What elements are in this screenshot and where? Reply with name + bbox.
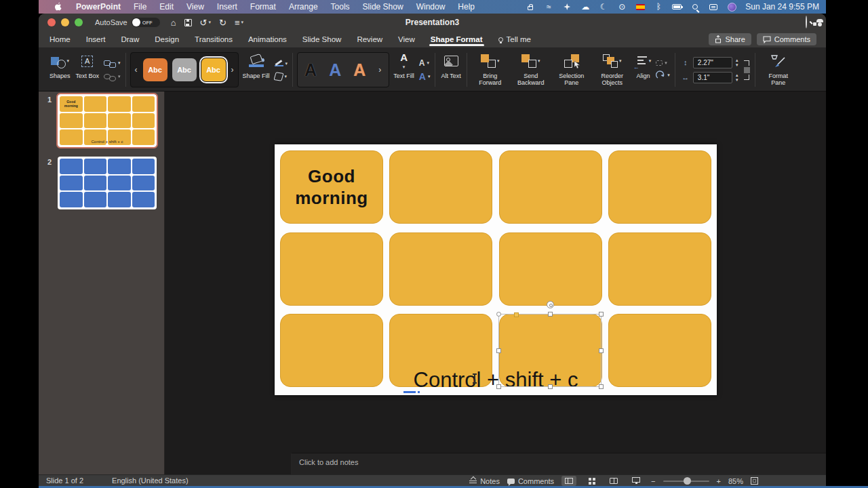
align-button[interactable]: ▾ Align xyxy=(633,49,654,91)
shape-cell-7[interactable] xyxy=(499,232,602,306)
menu-arrange[interactable]: Arrange xyxy=(289,2,318,12)
merge-shapes-button[interactable]: ▾ xyxy=(104,59,121,68)
menu-format[interactable]: Format xyxy=(250,2,276,12)
redo-icon[interactable]: ↻ xyxy=(219,18,226,28)
toolbar-more-icon[interactable]: ≡▾ xyxy=(235,18,243,28)
share-button[interactable]: Share xyxy=(709,33,751,45)
slide-1-thumbnail[interactable]: Good morning Control + shift + c xyxy=(58,94,157,147)
shape-style-grey[interactable]: Abc xyxy=(172,58,197,81)
assistant-icon[interactable] xyxy=(727,2,736,12)
resize-handle-top-right[interactable] xyxy=(599,312,604,317)
zoom-in-button[interactable]: + xyxy=(717,477,721,485)
search-icon[interactable] xyxy=(806,16,807,28)
menu-view[interactable]: View xyxy=(186,2,204,12)
shape-cell-5[interactable] xyxy=(280,232,383,306)
battery-icon[interactable] xyxy=(672,2,682,12)
reading-view-button[interactable] xyxy=(606,476,621,486)
rotation-handle[interactable] xyxy=(547,301,554,308)
control-center-icon[interactable] xyxy=(709,2,718,12)
tab-design[interactable]: Design xyxy=(155,33,179,47)
spain-flag-icon[interactable] xyxy=(635,2,645,12)
wordart-blue[interactable]: A xyxy=(329,62,341,79)
rotate-objects-button[interactable]: ▾ xyxy=(656,70,670,80)
bluetooth-icon[interactable]: ᛒ xyxy=(654,2,663,12)
menu-bar-clock[interactable]: Sun Jan 24 9:55 PM xyxy=(745,2,819,12)
tab-shape-format[interactable]: Shape Format xyxy=(431,33,483,47)
menu-file[interactable]: File xyxy=(134,2,146,12)
shape-style-orange[interactable]: Abc xyxy=(143,58,167,81)
shape-outline-button[interactable]: ▾ xyxy=(275,59,288,68)
shape-cell-3[interactable] xyxy=(499,150,602,224)
tab-review[interactable]: Review xyxy=(357,33,382,47)
resize-handle-bottom-right[interactable] xyxy=(599,384,604,389)
typed-text[interactable]: Control + shift + c xyxy=(275,368,717,392)
shape-cell-8[interactable] xyxy=(608,232,711,306)
resize-handle-middle-left[interactable] xyxy=(496,348,501,353)
resize-handle-bottom-left[interactable] xyxy=(496,384,501,389)
tab-view[interactable]: View xyxy=(398,33,415,47)
shape-cell-6[interactable] xyxy=(389,232,492,306)
combine-shapes-button[interactable]: ▾ xyxy=(104,73,121,81)
zoom-slider[interactable] xyxy=(663,481,709,482)
shape-cell-4[interactable] xyxy=(608,150,711,224)
undo-icon[interactable]: ↺▾ xyxy=(200,18,211,28)
zoom-window-button[interactable] xyxy=(75,18,83,26)
menu-edit[interactable]: Edit xyxy=(159,2,174,12)
slide-sorter-button[interactable] xyxy=(584,476,599,486)
moon-icon[interactable]: ☾ xyxy=(599,2,608,12)
gallery-next-icon[interactable]: › xyxy=(231,65,235,75)
slide-2-thumbnail[interactable] xyxy=(58,157,157,209)
notes-pane[interactable]: Click to add notes xyxy=(291,453,826,474)
slide-indicator[interactable]: Slide 1 of 2 xyxy=(46,476,83,485)
shape-selection-frame[interactable] xyxy=(498,314,601,387)
slide-show-button[interactable] xyxy=(629,476,644,486)
normal-view-button[interactable] xyxy=(561,476,576,486)
zoom-out-button[interactable]: − xyxy=(651,477,655,485)
width-stepper[interactable]: ▲▼ xyxy=(735,73,739,82)
tab-animations[interactable]: Animations xyxy=(248,33,287,47)
tab-home[interactable]: Home xyxy=(50,33,71,47)
tell-me-button[interactable]: Tell me xyxy=(498,35,531,43)
menu-tools[interactable]: Tools xyxy=(331,2,350,12)
notes-toggle[interactable]: Notes xyxy=(469,477,500,485)
shape-cell-2[interactable] xyxy=(389,150,492,224)
home-icon[interactable]: ⌂ xyxy=(171,18,176,28)
send-backward-button[interactable]: ▾ Send Backward xyxy=(511,49,551,91)
wordart-black[interactable]: A xyxy=(304,62,317,79)
hotspot-icon[interactable] xyxy=(526,2,535,12)
play-circle-icon[interactable]: ⊙ xyxy=(617,2,627,12)
shape-effects-button[interactable]: ▾ xyxy=(275,73,288,81)
group-objects-button[interactable]: ▾ xyxy=(656,60,670,66)
resize-handle-middle-right[interactable] xyxy=(599,348,604,353)
text-effects-button[interactable]: A▾ xyxy=(419,72,431,81)
close-button[interactable] xyxy=(47,18,56,26)
menu-insert[interactable]: Insert xyxy=(217,2,237,12)
fit-to-window-icon[interactable] xyxy=(751,477,758,485)
selection-pane-button[interactable]: Selection Pane xyxy=(551,49,592,91)
language-indicator[interactable]: English (United States) xyxy=(112,476,189,485)
text-outline-button[interactable]: A▾ xyxy=(419,59,431,67)
shape-style-yellow-selected[interactable]: Abc xyxy=(201,58,226,81)
comments-toggle[interactable]: Comments xyxy=(507,477,554,485)
tab-draw[interactable]: Draw xyxy=(121,33,139,47)
text-box-button[interactable]: A Text Box xyxy=(73,49,102,91)
reorder-objects-button[interactable]: ▾ Reorder Objects xyxy=(592,49,633,91)
cloud-icon[interactable]: ☁ xyxy=(580,2,590,12)
bring-forward-button[interactable]: ▾ Bring Forward xyxy=(470,49,511,91)
shape-fill-button[interactable]: Shape Fill xyxy=(240,49,273,91)
minimize-button[interactable] xyxy=(61,18,69,26)
slide-canvas[interactable]: Good morning Control + shift + c xyxy=(275,144,717,395)
antivirus-icon[interactable] xyxy=(562,2,572,12)
format-pane-button[interactable]: Format Pane xyxy=(758,49,799,91)
waves-icon[interactable]: ≈ xyxy=(544,2,553,12)
zoom-level[interactable]: 85% xyxy=(728,477,743,485)
gallery-next-icon[interactable]: › xyxy=(378,65,382,75)
menu-slide-show[interactable]: Slide Show xyxy=(363,2,403,12)
shape-height-field[interactable]: 2.27" xyxy=(693,57,732,68)
menu-help[interactable]: Help xyxy=(458,2,475,12)
save-icon[interactable] xyxy=(184,19,192,26)
gallery-prev-icon[interactable]: ‹ xyxy=(134,65,138,75)
alt-text-button[interactable]: Alt Text xyxy=(438,49,463,91)
lock-aspect-ratio-control[interactable] xyxy=(742,49,752,91)
shape-cell-1[interactable]: Good morning xyxy=(280,150,383,224)
